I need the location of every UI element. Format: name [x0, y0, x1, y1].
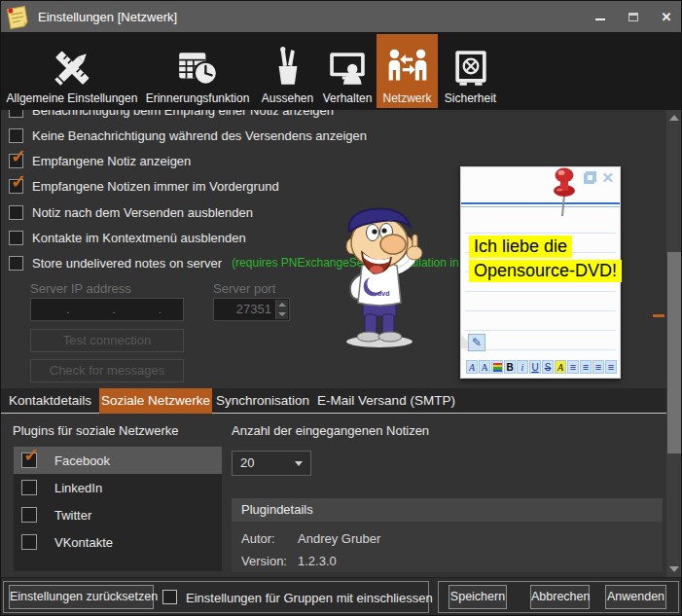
font-button[interactable]: A: [466, 360, 478, 374]
toolbar-item-label: Aussehen: [262, 91, 313, 105]
arrow-down-icon: [669, 566, 679, 572]
note-close-icon[interactable]: ✕: [601, 171, 614, 184]
plugin-row-linkedin[interactable]: LinkedIn: [14, 474, 222, 501]
plugin-label: LinkedIn: [54, 481, 102, 495]
note-edit-icon[interactable]: ✎: [468, 334, 485, 351]
window-title: Einstellungen [Netzwerk]: [38, 10, 584, 24]
clipped-row-label: Benachrichtigung beim Empfang einer Noti…: [32, 110, 334, 118]
spin-down-icon[interactable]: [278, 312, 286, 316]
plugin-row-facebook[interactable]: ✓ Facebook: [14, 447, 222, 474]
checkbox[interactable]: [9, 256, 23, 271]
plugin-label: VKontakte: [54, 535, 113, 550]
check-messages-button[interactable]: Check for messages: [30, 359, 184, 382]
server-port-value: 27351: [236, 302, 271, 316]
toolbar-item-netzwerk[interactable]: Netzwerk: [377, 34, 438, 108]
checkbox-label: Store undelivered notes on server: [32, 256, 222, 271]
checkbox[interactable]: ✓: [9, 179, 23, 194]
maximize-button[interactable]: [617, 1, 650, 32]
toolbar: Allgemeine Einstellungen Erinnerungsfunk…: [1, 32, 682, 110]
checkmark-icon: ✓: [11, 147, 26, 165]
checkbox-row-store-undelivered[interactable]: Store undelivered notes on server (requi…: [9, 254, 534, 272]
checkbox-row-no-notification[interactable]: Keine Benachrichtigung während des Verse…: [9, 127, 367, 144]
include-groups-checkbox[interactable]: [162, 590, 177, 604]
tab-label: Kontaktdetails: [9, 393, 91, 408]
checkbox[interactable]: [21, 480, 37, 495]
note-resize-icon[interactable]: [584, 171, 596, 184]
pen-cup-icon: [266, 45, 310, 91]
app-icon: [5, 4, 30, 29]
spin-up-icon[interactable]: [278, 303, 286, 307]
toolbar-item-sicherheit[interactable]: Sicherheit: [440, 34, 501, 108]
note-format-toolbar: A A B i U S A ≡ ≡ ≡ ≡: [466, 360, 615, 374]
test-connection-button[interactable]: Test connection: [30, 329, 184, 352]
checkbox[interactable]: [21, 534, 37, 550]
author-value: Andrey Gruber: [298, 531, 380, 546]
tab-synchronisation[interactable]: Synchronisation: [212, 388, 313, 414]
checkbox[interactable]: [9, 128, 23, 143]
checkbox[interactable]: ✓: [9, 154, 23, 168]
minimize-button[interactable]: [584, 1, 617, 32]
highlight-button[interactable]: A: [555, 360, 566, 374]
plugin-row-vkontakte[interactable]: VKontakte: [14, 528, 222, 556]
toolbar-item-allgemeine-einstellungen[interactable]: Allgemeine Einstellungen: [5, 34, 139, 108]
note-count-value: 20: [240, 455, 254, 470]
toolbar-item-aussehen[interactable]: Aussehen: [258, 34, 317, 108]
plugin-list: ✓ Facebook LinkedIn Twitter VKontakte: [14, 447, 222, 571]
rainbow-icon: [493, 363, 502, 372]
port-spinner[interactable]: [275, 300, 288, 319]
tab-label: Soziale Netzwerke: [101, 393, 210, 408]
underline-button[interactable]: U: [529, 360, 541, 374]
cancel-button[interactable]: Abbrechen: [530, 585, 590, 609]
checkbox[interactable]: [9, 231, 23, 245]
server-port-input[interactable]: 27351: [213, 298, 290, 321]
scroll-down-button[interactable]: [666, 562, 682, 577]
reminder-icon: [175, 45, 220, 91]
checkbox-label: Notiz nach dem Versenden ausblenden: [32, 205, 253, 220]
footer-bar: Einstellungen zurücksetzen Einstellungen…: [1, 577, 682, 616]
tab-email-versand[interactable]: E-Mail Versand (SMTP): [313, 388, 459, 414]
include-groups-label: Einstellungen für Gruppen mit einschlies…: [186, 591, 433, 605]
plugin-details-panel: Plugindetails Autor: Andrey Gruber Versi…: [232, 498, 663, 572]
general-settings-icon: [50, 45, 94, 91]
version-value: 1.2.3.0: [298, 554, 337, 568]
apply-button[interactable]: Anwenden: [605, 585, 666, 609]
note-header-rule: [461, 202, 620, 204]
save-button[interactable]: Speichern: [449, 585, 507, 609]
checkbox-row-hide-contacts[interactable]: Kontakte im Kontextmenü ausblenden: [9, 229, 246, 246]
server-ip-input[interactable]: . . .: [30, 298, 184, 321]
close-button[interactable]: ✕: [650, 1, 682, 32]
network-icon: [385, 45, 430, 91]
checkbox[interactable]: [9, 205, 23, 220]
scrollbar-thumb[interactable]: [667, 252, 681, 453]
tab-kontaktdetails[interactable]: Kontaktdetails: [1, 388, 99, 414]
italic-button[interactable]: i: [517, 360, 528, 374]
plugin-row-twitter[interactable]: Twitter: [14, 501, 222, 528]
titlebar: Einstellungen [Netzwerk] ✕: [1, 1, 682, 32]
toolbar-item-verhalten[interactable]: Verhalten: [319, 34, 376, 108]
checkbox-row-received-foreground[interactable]: ✓ Empfangene Notizen immer im Vordergrun…: [9, 177, 279, 195]
scroll-up-button[interactable]: [666, 110, 682, 126]
arrow-up-icon: [669, 115, 679, 121]
note-count-dropdown[interactable]: 20: [232, 451, 311, 476]
font-size-button[interactable]: A: [479, 360, 490, 374]
align-right-button[interactable]: ≡: [592, 360, 604, 374]
toolbar-item-erinnerungsfunktion[interactable]: Erinnerungsfunktion: [140, 34, 255, 108]
checkbox-row-hide-after-send[interactable]: Notiz nach dem Versenden ausblenden: [9, 203, 253, 221]
mascot-image: dvd: [333, 205, 426, 349]
checkbox-label: Keine Benachrichtigung während des Verse…: [32, 128, 367, 143]
checkbox-row-show-received-note[interactable]: ✓ Empfangene Notiz anzeigen: [9, 152, 191, 169]
strikethrough-button[interactable]: S: [542, 360, 554, 374]
checkbox[interactable]: [21, 507, 37, 523]
orange-dash: [653, 314, 664, 317]
minimize-icon: [595, 18, 605, 20]
bold-button[interactable]: B: [504, 360, 516, 374]
vertical-scrollbar[interactable]: [666, 110, 682, 577]
reset-settings-button[interactable]: Einstellungen zurücksetzen: [9, 585, 154, 609]
tab-soziale-netzwerke[interactable]: Soziale Netzwerke: [99, 388, 212, 414]
align-left-button[interactable]: ≡: [567, 360, 579, 374]
font-color-button[interactable]: [491, 360, 503, 374]
plugin-label: Facebook: [54, 453, 110, 468]
checkbox[interactable]: ✓: [21, 453, 37, 468]
align-justify-button[interactable]: ≡: [605, 360, 617, 374]
align-center-button[interactable]: ≡: [580, 360, 592, 374]
